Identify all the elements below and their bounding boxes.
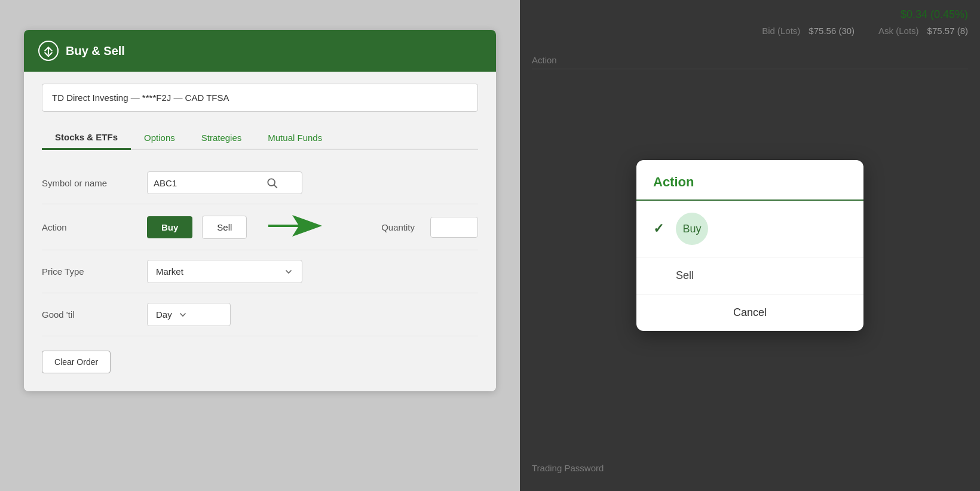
clear-order-button[interactable]: Clear Order <box>42 351 111 373</box>
symbol-input-wrap <box>147 171 302 194</box>
sell-option-label: Sell <box>676 269 694 282</box>
sell-button[interactable]: Sell <box>202 216 247 239</box>
symbol-input[interactable] <box>154 178 261 188</box>
modal-buy-option[interactable]: ✓ Buy <box>636 201 863 257</box>
tabs-row: Stocks & ETFs Options Strategies Mutual … <box>42 126 478 150</box>
tab-mutual-funds[interactable]: Mutual Funds <box>255 126 335 149</box>
modal-overlay[interactable]: Action ✓ Buy Sell Cancel <box>520 0 980 491</box>
good-til-label: Good 'til <box>42 309 137 320</box>
modal-cancel-button[interactable]: Cancel <box>636 294 863 331</box>
quantity-input[interactable] <box>430 217 478 238</box>
tab-stocks-etfs[interactable]: Stocks & ETFs <box>42 126 131 150</box>
symbol-label: Symbol or name <box>42 178 137 188</box>
tab-options[interactable]: Options <box>131 126 188 149</box>
modal-title-row: Action <box>636 160 863 201</box>
svg-marker-3 <box>268 215 322 237</box>
price-type-row: Price Type Market <box>42 250 478 293</box>
card-title: Buy & Sell <box>66 44 125 58</box>
card-header: Buy & Sell <box>24 30 496 72</box>
svg-line-2 <box>274 185 277 188</box>
buy-sell-card: Buy & Sell TD Direct Investing — ****F2J… <box>24 30 496 391</box>
card-body: TD Direct Investing — ****F2J — CAD TFSA… <box>24 72 496 391</box>
buy-circle: Buy <box>676 213 708 245</box>
tab-strategies[interactable]: Strategies <box>188 126 255 149</box>
buy-option-label: Buy <box>682 223 701 235</box>
right-panel: $0.34 (0.45%) Bid (Lots) $75.56 (30) Ask… <box>520 0 980 491</box>
buy-button[interactable]: Buy <box>147 216 192 238</box>
good-til-dropdown[interactable]: Day <box>147 303 231 326</box>
buy-sell-icon <box>38 41 59 61</box>
account-selector[interactable]: TD Direct Investing — ****F2J — CAD TFSA <box>42 84 478 112</box>
search-button[interactable] <box>266 177 278 189</box>
symbol-row: Symbol or name <box>42 162 478 204</box>
quantity-label: Quantity <box>381 222 415 232</box>
arrow-indicator <box>268 214 322 240</box>
good-til-row: Good 'til Day <box>42 293 478 336</box>
action-label: Action <box>42 222 137 232</box>
left-panel: Buy & Sell TD Direct Investing — ****F2J… <box>0 0 520 491</box>
action-row: Action Buy Sell Quantity <box>42 204 478 250</box>
price-type-label: Price Type <box>42 266 137 277</box>
modal-dialog: Action ✓ Buy Sell Cancel <box>636 160 863 331</box>
price-type-dropdown[interactable]: Market <box>147 260 302 283</box>
checkmark-icon: ✓ <box>653 221 664 237</box>
modal-title: Action <box>653 174 694 189</box>
modal-sell-option[interactable]: Sell <box>636 257 863 294</box>
